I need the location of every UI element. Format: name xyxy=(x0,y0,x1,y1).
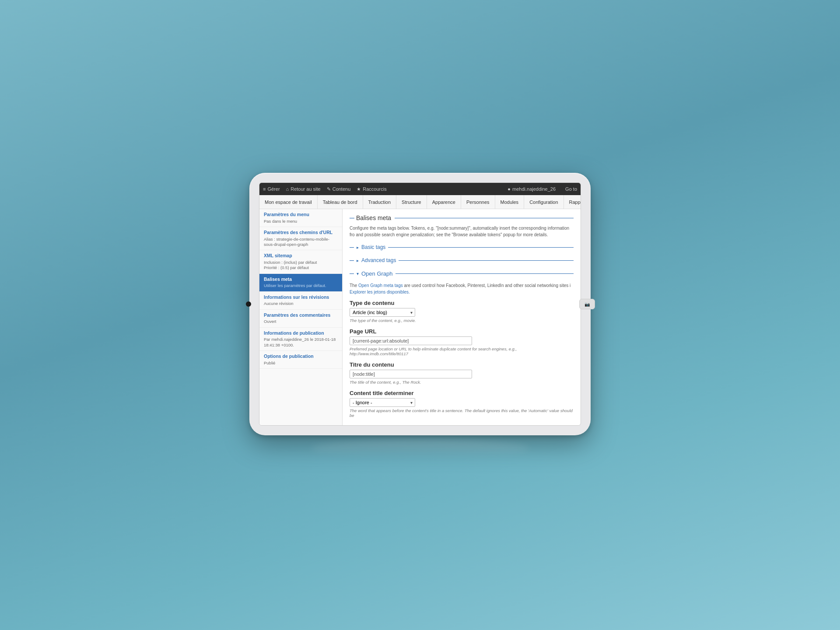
back-to-site-button[interactable]: ⌂ Retour au site xyxy=(286,186,321,192)
advanced-tags-section: — ▸ Advanced tags xyxy=(350,256,574,265)
open-graph-toggle[interactable]: — ▾ Open Graph xyxy=(350,269,574,279)
content-title-determiner-label: Content title determiner xyxy=(350,390,574,396)
user-icon: ● xyxy=(508,186,511,192)
tab-configuration[interactable]: Configuration xyxy=(524,195,564,209)
sidebar-item-desc: Utiliser les paramètres par défaut. xyxy=(264,283,338,288)
tab-modules[interactable]: Modules xyxy=(495,195,525,209)
sidebar-item-title: Options de publication xyxy=(264,354,338,360)
explorer-link[interactable]: Explorer les jetons disponibles. xyxy=(350,290,410,294)
sidebar-item-title: Paramètres des chemins d'URL xyxy=(264,230,338,236)
sidebar-item-desc: Pas dans le menu xyxy=(264,219,338,224)
page-url-label: Page URL xyxy=(350,328,574,335)
balises-meta-line xyxy=(395,218,574,218)
sidebar-item-desc: Aucune révision xyxy=(264,301,338,306)
sidebar-item-title: Informations de publication xyxy=(264,330,338,336)
page-url-input[interactable] xyxy=(350,336,472,345)
sidebar-item-title: Paramètres des commentaires xyxy=(264,312,338,318)
tablet-reflection xyxy=(311,440,529,457)
arrow-down-icon: ▾ xyxy=(357,271,359,276)
content-button[interactable]: ✎ Contenu xyxy=(327,186,351,192)
tablet-button-right[interactable]: 📷 xyxy=(579,299,595,309)
balises-meta-title: Balises meta xyxy=(356,214,391,221)
tab-traduction[interactable]: Traduction xyxy=(363,195,397,209)
admin-menu-label: Gérer xyxy=(267,186,280,192)
admin-menu-button[interactable]: ≡ Gérer xyxy=(263,186,280,192)
goto-button[interactable]: Go to xyxy=(565,186,577,192)
tab-appearance[interactable]: Apparence xyxy=(427,195,461,209)
basic-tags-title: Basic tags xyxy=(361,244,385,250)
arrow-icon: ▸ xyxy=(357,258,359,263)
basic-tags-line xyxy=(388,247,574,248)
tab-dashboard[interactable]: Tableau de bord xyxy=(318,195,363,209)
admin-bar: ≡ Gérer ⌂ Retour au site ✎ Contenu ★ Rac… xyxy=(259,183,581,195)
open-graph-title: Open Graph xyxy=(361,270,393,277)
sidebar-item-parametres-chemins[interactable]: Paramètres des chemins d'URL Alias : str… xyxy=(259,227,342,250)
tab-structure[interactable]: Structure xyxy=(396,195,427,209)
titre-contenu-input[interactable] xyxy=(350,370,472,378)
minus-icon: — xyxy=(350,271,354,276)
open-graph-link[interactable]: Open Graph meta tags xyxy=(358,283,403,288)
content-panel: — Balises meta Configure the meta tags b… xyxy=(343,209,581,425)
arrow-icon: ▸ xyxy=(357,245,359,250)
open-graph-intro: The Open Graph meta tags are used contro… xyxy=(350,282,574,295)
shortcuts-label: Raccourcis xyxy=(363,186,386,192)
sidebar-item-title: Balises meta xyxy=(264,276,338,283)
hamburger-icon: ≡ xyxy=(263,186,266,192)
minus-icon: — xyxy=(350,258,354,263)
shortcuts-button[interactable]: ★ Raccourcis xyxy=(357,186,386,192)
content-title-determiner-hint: The word that appears before the content… xyxy=(350,408,574,418)
sidebar-item-parametres-menu[interactable]: Paramètres du menu Pas dans le menu xyxy=(259,209,342,227)
sidebar-item-desc: Publié xyxy=(264,360,338,366)
star-icon: ★ xyxy=(357,186,361,192)
basic-tags-section: — ▸ Basic tags xyxy=(350,242,574,252)
titre-contenu-group: Titre du contenu The title of the conten… xyxy=(350,361,574,385)
sidebar-item-desc: Inclusion : (inclus) par défaut Priorité… xyxy=(264,260,338,271)
tab-reports[interactable]: Rapports xyxy=(564,195,581,209)
sidebar-item-revisions[interactable]: Informations sur les révisions Aucune ré… xyxy=(259,292,342,310)
open-graph-line xyxy=(396,273,574,274)
content-type-select-wrapper: Article (inc blog) Website Video xyxy=(350,308,415,317)
sidebar-item-desc: Alias : strategie-de-contenu-mobile-sous… xyxy=(264,237,338,248)
advanced-tags-toggle[interactable]: — ▸ Advanced tags xyxy=(350,256,574,265)
user-menu-button[interactable]: ● mehdi.najeddine_26 xyxy=(508,186,556,192)
content-title-determiner-wrapper: - Ignore - Automatic a an the xyxy=(350,398,415,407)
sidebar-item-balises-meta[interactable]: Balises meta Utiliser les paramètres par… xyxy=(259,274,342,292)
sidebar-item-informations-publication[interactable]: Informations de publication Par mehdi.na… xyxy=(259,328,342,351)
edit-icon: ✎ xyxy=(327,186,331,192)
sidebar-item-title: Paramètres du menu xyxy=(264,212,338,218)
sidebar-item-title: XML sitemap xyxy=(264,253,338,259)
tab-workspace[interactable]: Mon espace de travail xyxy=(259,195,318,209)
sidebar-item-options-publication[interactable]: Options de publication Publié xyxy=(259,351,342,369)
sidebar-item-desc: Par mehdi.najeddine_26 le 2018-01-18 18:… xyxy=(264,337,338,348)
content-title-determiner-group: Content title determiner - Ignore - Auto… xyxy=(350,390,574,418)
balises-meta-toggle[interactable]: — xyxy=(350,215,354,220)
tab-people[interactable]: Personnes xyxy=(461,195,495,209)
sidebar-item-desc: Ouvert xyxy=(264,319,338,324)
back-to-site-label: Retour au site xyxy=(290,186,320,192)
minus-icon: — xyxy=(350,245,354,250)
content-type-hint: The type of the content, e.g., movie. xyxy=(350,318,574,323)
content-type-label: Type de contenu xyxy=(350,300,574,306)
page-url-hint: Preferred page location or URL to help e… xyxy=(350,346,574,356)
content-label: Contenu xyxy=(332,186,351,192)
balises-meta-header: — Balises meta xyxy=(350,214,574,221)
sidebar: Paramètres du menu Pas dans le menu Para… xyxy=(259,209,343,425)
page-url-group: Page URL Preferred page location or URL … xyxy=(350,328,574,356)
username-label: mehdi.najeddine_26 xyxy=(512,186,556,192)
nav-tabs: Mon espace de travail Tableau de bord Tr… xyxy=(259,195,581,209)
home-icon: ⌂ xyxy=(286,186,289,192)
sidebar-item-xml-sitemap[interactable]: XML sitemap Inclusion : (inclus) par déf… xyxy=(259,250,342,273)
balises-meta-description: Configure the meta tags below. Tokens, e… xyxy=(350,225,574,238)
open-graph-content: The Open Graph meta tags are used contro… xyxy=(350,279,574,418)
sidebar-item-commentaires[interactable]: Paramètres des commentaires Ouvert xyxy=(259,310,342,328)
open-graph-section: — ▾ Open Graph The Open Graph meta tags … xyxy=(350,269,574,418)
basic-tags-toggle[interactable]: — ▸ Basic tags xyxy=(350,242,574,252)
advanced-tags-title: Advanced tags xyxy=(361,257,396,263)
sidebar-item-title: Informations sur les révisions xyxy=(264,294,338,301)
content-title-determiner-select[interactable]: - Ignore - Automatic a an the xyxy=(350,398,415,407)
goto-label: Go to xyxy=(565,186,577,192)
tablet-button-left[interactable] xyxy=(246,301,251,307)
titre-contenu-hint: The title of the content, e.g., The Rock… xyxy=(350,380,574,385)
advanced-tags-line xyxy=(399,260,574,261)
content-type-select[interactable]: Article (inc blog) Website Video xyxy=(350,308,415,317)
